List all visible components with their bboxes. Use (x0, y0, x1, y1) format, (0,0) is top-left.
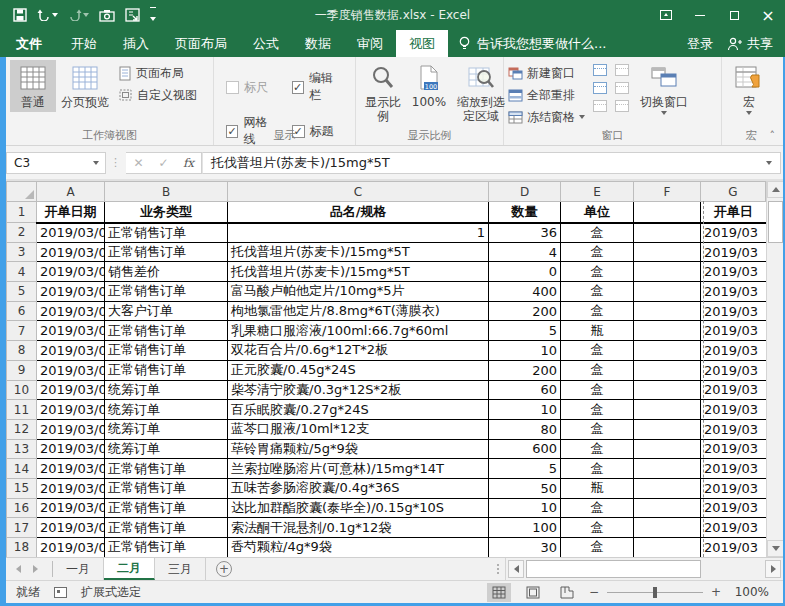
cell-d4[interactable]: 0 (489, 262, 561, 282)
scroll-right-button[interactable] (765, 560, 781, 578)
zoom-button[interactable]: 显示比例 (360, 60, 406, 126)
normal-view-button[interactable]: 普通 (10, 60, 56, 112)
cell-g5[interactable]: 2019/03 (701, 282, 766, 302)
cell-b13[interactable]: 统筹订单 (105, 439, 228, 459)
horizontal-scroll-thumb[interactable] (526, 560, 701, 578)
cell-d2[interactable]: 36 (489, 223, 561, 243)
switch-windows-button[interactable]: 切换窗口 (635, 60, 693, 118)
cell-f7[interactable] (634, 321, 701, 341)
scroll-left-button[interactable] (508, 560, 524, 578)
hide-window-icon[interactable] (593, 82, 607, 94)
cell-f12[interactable] (634, 419, 701, 439)
column-header-g[interactable]: G (701, 182, 766, 202)
cell-e13[interactable]: 盒 (561, 439, 634, 459)
cell-d9[interactable]: 200 (489, 360, 561, 380)
cell-a5[interactable]: 2019/03/01 (37, 282, 105, 302)
next-sheet-icon[interactable] (33, 565, 38, 573)
cell-f8[interactable] (634, 341, 701, 361)
cell-d1[interactable]: 数量 (489, 202, 561, 223)
cell-d10[interactable]: 60 (489, 380, 561, 400)
page-layout-shortcut[interactable] (521, 583, 545, 602)
cell-a11[interactable]: 2019/03/01 (37, 400, 105, 420)
cell-b2[interactable]: 正常销售订单 (105, 223, 228, 243)
cell-g14[interactable]: 2019/03 (701, 459, 766, 479)
cell-a2[interactable]: 2019/03/01 (37, 223, 105, 243)
cell-f6[interactable] (634, 301, 701, 321)
page-break-preview-button[interactable]: 分页预览 (56, 60, 114, 112)
cell-a4[interactable]: 2019/03/01 (37, 262, 105, 282)
select-all-button[interactable] (7, 182, 37, 202)
tab-view[interactable]: 视图 (396, 30, 448, 57)
cell-d8[interactable]: 10 (489, 341, 561, 361)
cell-c17[interactable]: 索法酮干混悬剂/0.1g*12袋 (228, 518, 489, 538)
cell-d15[interactable]: 50 (489, 478, 561, 498)
cell-b17[interactable]: 正常销售订单 (105, 518, 228, 538)
cell-e2[interactable]: 盒 (561, 223, 634, 243)
tab-home[interactable]: 开始 (58, 30, 110, 57)
cell-a3[interactable]: 2019/03/01 (37, 242, 105, 262)
cell-c1[interactable]: 品名/规格 (228, 202, 489, 223)
cell-e14[interactable]: 盒 (561, 459, 634, 479)
save-button[interactable] (10, 6, 30, 24)
cell-f13[interactable] (634, 439, 701, 459)
cell-c8[interactable]: 双花百合片/0.6g*12T*2板 (228, 341, 489, 361)
cell-e9[interactable]: 盒 (561, 360, 634, 380)
expand-formula-bar-icon[interactable] (766, 161, 772, 165)
tell-me-box[interactable]: 告诉我您想要做什么... (448, 30, 616, 57)
cell-a8[interactable]: 2019/03/01 (37, 341, 105, 361)
cell-d6[interactable]: 200 (489, 301, 561, 321)
tab-page-layout[interactable]: 页面布局 (162, 30, 240, 57)
sheet-tab-jan[interactable]: 一月 (53, 558, 104, 580)
cell-a6[interactable]: 2019/03/01 (37, 301, 105, 321)
cell-a7[interactable]: 2019/03/01 (37, 321, 105, 341)
cell-e18[interactable]: 盒 (561, 538, 634, 558)
cell-c16[interactable]: 达比加群酯胶囊(泰毕全)/0.15g*10S (228, 498, 489, 518)
cell-e4[interactable]: 盒 (561, 262, 634, 282)
zoom-slider-thumb[interactable] (653, 587, 657, 598)
vertical-scroll-thumb[interactable] (768, 201, 783, 243)
scroll-up-button[interactable] (767, 181, 783, 198)
cell-e10[interactable]: 盒 (561, 380, 634, 400)
cell-f9[interactable] (634, 360, 701, 380)
row-header[interactable]: 8 (7, 341, 37, 361)
cell-e1[interactable]: 单位 (561, 202, 634, 223)
cell-a13[interactable]: 2019/03/01 (37, 439, 105, 459)
cell-g17[interactable]: 2019/03 (701, 518, 766, 538)
cell-b8[interactable]: 正常销售订单 (105, 341, 228, 361)
formula-bar-checkbox[interactable]: 编辑栏 (292, 70, 344, 104)
cell-g7[interactable]: 2019/03 (701, 321, 766, 341)
cell-b15[interactable]: 正常销售订单 (105, 478, 228, 498)
tab-file[interactable]: 文件 (0, 30, 58, 57)
cell-f11[interactable] (634, 400, 701, 420)
cell-f2[interactable] (634, 223, 701, 243)
cell-e8[interactable]: 盒 (561, 341, 634, 361)
sheet-tab-mar[interactable]: 三月 (155, 558, 206, 580)
cell-a9[interactable]: 2019/03/01 (37, 360, 105, 380)
row-header[interactable]: 18 (7, 538, 37, 558)
share-button[interactable]: 共享 (727, 35, 773, 53)
cell-g8[interactable]: 2019/03 (701, 341, 766, 361)
row-header[interactable]: 1 (7, 202, 37, 223)
cell-g10[interactable]: 2019/03 (701, 380, 766, 400)
cell-c12[interactable]: 蓝芩口服液/10ml*12支 (228, 419, 489, 439)
cell-c9[interactable]: 正元胶囊/0.45g*24S (228, 360, 489, 380)
collapse-ribbon-icon[interactable]: ˄ (770, 129, 776, 142)
cell-f15[interactable] (634, 478, 701, 498)
cell-d12[interactable]: 80 (489, 419, 561, 439)
cell-c15[interactable]: 五味苦参肠溶胶囊/0.4g*36S (228, 478, 489, 498)
cell-e6[interactable]: 盒 (561, 301, 634, 321)
cell-b12[interactable]: 统筹订单 (105, 419, 228, 439)
row-header[interactable]: 16 (7, 498, 37, 518)
switch-windows-dropdown-icon[interactable] (661, 111, 667, 115)
formula-bar-splitter[interactable]: ⋮ (106, 156, 126, 169)
zoom-out-button[interactable]: − (589, 585, 599, 599)
row-header[interactable]: 10 (7, 380, 37, 400)
zoom-level[interactable]: 100% (731, 585, 769, 599)
cell-c4[interactable]: 托伐普坦片(苏麦卡)/15mg*5T (228, 262, 489, 282)
column-header-d[interactable]: D (489, 182, 561, 202)
row-header[interactable]: 14 (7, 459, 37, 479)
cell-g12[interactable]: 2019/03 (701, 419, 766, 439)
record-macro-icon[interactable] (54, 587, 67, 598)
row-header[interactable]: 5 (7, 282, 37, 302)
scroll-down-button[interactable] (767, 540, 783, 557)
